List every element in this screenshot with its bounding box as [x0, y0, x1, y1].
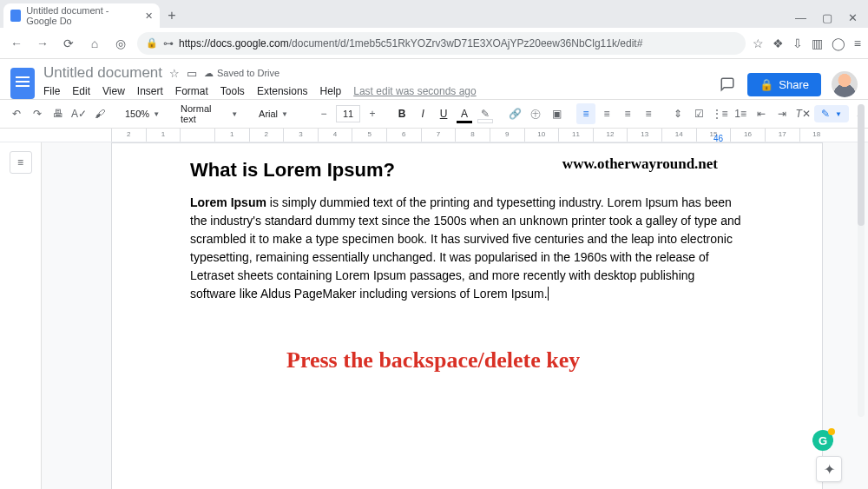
bold-button[interactable]: B	[392, 103, 411, 124]
share-label: Share	[779, 78, 809, 91]
menu-edit[interactable]: Edit	[72, 85, 90, 97]
ruler-tick: 17	[765, 129, 799, 142]
font-size-input[interactable]: 11	[335, 104, 361, 123]
move-icon[interactable]: ▭	[187, 67, 197, 80]
ruler-tick: 1	[146, 129, 181, 142]
style-select[interactable]: Normal text▼	[175, 103, 243, 124]
align-right-button[interactable]: ≡	[618, 103, 637, 124]
back-button[interactable]: ←	[7, 34, 26, 53]
menu-tools[interactable]: Tools	[220, 85, 245, 97]
align-justify-button[interactable]: ≡	[639, 103, 658, 124]
grammarly-icon[interactable]: G	[812, 430, 833, 451]
share-button[interactable]: 🔒 Share	[747, 73, 821, 96]
page-viewport[interactable]: What is Lorem Ipsum? Lorem Ipsum is simp…	[42, 142, 868, 489]
increase-font-button[interactable]: +	[363, 103, 382, 124]
font-select[interactable]: Arial▼	[253, 109, 304, 119]
align-left-button[interactable]: ≡	[576, 103, 595, 124]
undo-button[interactable]: ↶	[7, 103, 26, 124]
menu-file[interactable]: File	[43, 85, 60, 97]
header-right: 🔒 Share	[718, 64, 858, 97]
reload-button[interactable]: ⟳	[59, 34, 78, 53]
menu-icon[interactable]: ≡	[854, 36, 861, 50]
italic-button[interactable]: I	[413, 103, 432, 124]
browser-tab[interactable]: Untitled document - Google Do ✕	[3, 3, 160, 28]
chevron-down-icon: ▼	[153, 110, 160, 118]
explore-button[interactable]: ✦	[816, 456, 842, 482]
ruler-tick: 4	[318, 129, 352, 142]
docs-header: Untitled document ☆ ▭ ☁ Saved to Drive F…	[0, 59, 868, 99]
increase-indent-button[interactable]: ⇥	[773, 103, 792, 124]
star-icon[interactable]: ☆	[169, 67, 180, 80]
clear-format-button[interactable]: T✕	[793, 103, 812, 124]
paint-format-button[interactable]: 🖌	[90, 103, 109, 124]
user-avatar[interactable]	[832, 71, 858, 97]
line-spacing-button[interactable]: ⇕	[668, 103, 687, 124]
menu-extensions[interactable]: Extensions	[257, 85, 308, 97]
outline-toggle-icon[interactable]: ≡	[10, 151, 32, 174]
menu-format[interactable]: Format	[175, 85, 208, 97]
menu-help[interactable]: Help	[320, 85, 342, 97]
editing-mode-button[interactable]: ✎ ▼	[814, 105, 849, 122]
bookmark-icon[interactable]: ☆	[753, 36, 764, 50]
add-comment-button[interactable]: ㊉	[526, 103, 545, 124]
decrease-indent-button[interactable]: ⇤	[752, 103, 771, 124]
align-center-button[interactable]: ≡	[597, 103, 616, 124]
ruler-tick: 1	[214, 129, 249, 142]
ruler-tick: 14	[661, 129, 696, 142]
horizontal-ruler[interactable]: 21123456789101112131415161718 46	[0, 129, 868, 142]
account-icon[interactable]: ◯	[832, 36, 845, 50]
text-cursor	[548, 287, 549, 301]
toolbar-extensions: ☆ ❖ ⇩ ▥ ◯ ≡	[753, 36, 861, 50]
menu-bar: File Edit View Insert Format Tools Exten…	[43, 85, 477, 97]
chevron-down-icon: ▼	[231, 110, 238, 118]
insert-image-button[interactable]: ▣	[547, 103, 566, 124]
print-button[interactable]: 🖶	[49, 103, 68, 124]
close-window-button[interactable]: ✕	[848, 11, 858, 24]
browser-address-bar: ← → ⟳ ⌂ ◎ 🔒 ⊶ https://docs.google.com/do…	[0, 28, 868, 59]
tab-title: Untitled document - Google Do	[26, 5, 140, 26]
forward-button[interactable]: →	[33, 34, 52, 53]
numbered-list-button[interactable]: 1≡	[731, 103, 750, 124]
url-field[interactable]: 🔒 ⊶ https://docs.google.com/document/d/1…	[137, 32, 746, 55]
scrollbar-thumb[interactable]	[858, 104, 865, 226]
text-color-button[interactable]: A	[455, 103, 474, 124]
insert-link-button[interactable]: 🔗	[505, 103, 524, 124]
ruler-tick: 9	[490, 129, 524, 142]
shield-icon[interactable]: ◎	[111, 34, 130, 53]
document-paragraph[interactable]: Lorem Ipsum is simply dummied text of th…	[190, 194, 744, 303]
close-tab-icon[interactable]: ✕	[145, 10, 153, 22]
download-icon[interactable]: ⇩	[792, 36, 803, 50]
ruler-tick: 8	[455, 129, 490, 142]
docs-favicon	[10, 10, 21, 22]
document-page[interactable]: What is Lorem Ipsum? Lorem Ipsum is simp…	[111, 142, 823, 489]
home-button[interactable]: ⌂	[85, 34, 104, 53]
new-tab-button[interactable]: +	[160, 3, 184, 28]
ruler-tick	[180, 129, 214, 142]
spellcheck-button[interactable]: A✓	[69, 103, 89, 124]
body-text: is simply dummied text of the printing a…	[190, 195, 741, 301]
comments-icon[interactable]	[718, 75, 737, 94]
zoom-select[interactable]: 150%▼	[120, 109, 165, 119]
watermark-text: www.otherwayround.net	[562, 155, 718, 173]
docs-logo-icon[interactable]	[10, 68, 35, 99]
library-icon[interactable]: ▥	[812, 36, 823, 50]
bulleted-list-button[interactable]: ⋮≡	[710, 103, 729, 124]
underline-button[interactable]: U	[434, 103, 453, 124]
decrease-font-button[interactable]: −	[314, 103, 333, 124]
document-title[interactable]: Untitled document	[43, 64, 162, 82]
ruler-tick: 12	[593, 129, 628, 142]
save-status[interactable]: ☁ Saved to Drive	[204, 68, 279, 79]
highlight-button[interactable]: ✎	[476, 103, 495, 124]
checklist-button[interactable]: ☑	[689, 103, 708, 124]
extension-icon[interactable]: ❖	[773, 36, 784, 50]
redo-button[interactable]: ↷	[28, 103, 47, 124]
document-canvas: ≡ What is Lorem Ipsum? Lorem Ipsum is si…	[0, 142, 868, 489]
menu-insert[interactable]: Insert	[137, 85, 163, 97]
maximize-button[interactable]: ▢	[822, 11, 832, 24]
minimize-button[interactable]: —	[795, 11, 806, 24]
menu-view[interactable]: View	[102, 85, 125, 97]
chevron-down-icon: ▼	[281, 110, 288, 118]
instruction-annotation: Press the backspace/delete key	[286, 347, 580, 373]
last-edit-info[interactable]: Last edit was seconds ago	[353, 85, 476, 97]
lock-icon: 🔒	[760, 78, 773, 91]
